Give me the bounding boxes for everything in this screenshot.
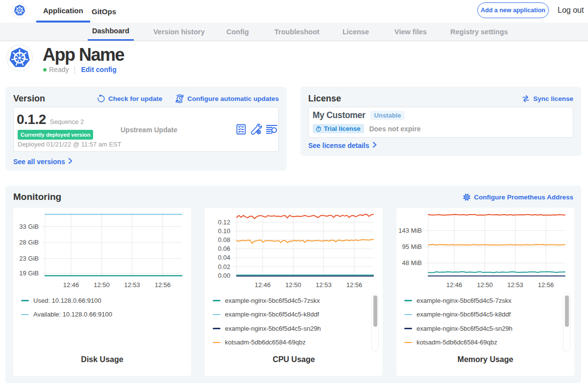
svg-text:12:53: 12:53 [507,281,523,289]
svg-text:0.10: 0.10 [218,227,230,235]
svg-text:12:56: 12:56 [155,281,171,289]
svg-text:33 GiB: 33 GiB [19,223,39,230]
svg-text:12:56: 12:56 [346,281,363,289]
svg-text:28 GiB: 28 GiB [19,239,39,246]
svg-text:12:46: 12:46 [446,281,463,289]
svg-text:0.00: 0.00 [218,272,230,279]
svg-text:12:46: 12:46 [63,281,79,289]
svg-text:48 MiB: 48 MiB [402,259,422,267]
svg-text:19 GiB: 19 GiB [19,269,39,277]
svg-text:143 MiB: 143 MiB [398,227,422,234]
svg-text:0.02: 0.02 [218,263,230,270]
svg-text:95 MiB: 95 MiB [402,243,422,250]
svg-text:0.04: 0.04 [218,254,230,261]
svg-text:12:50: 12:50 [285,281,301,289]
svg-text:12:46: 12:46 [255,281,271,289]
svg-text:12:56: 12:56 [538,281,554,289]
svg-text:12:53: 12:53 [316,281,332,289]
svg-text:0.06: 0.06 [218,245,230,252]
svg-text:0.08: 0.08 [218,236,230,244]
svg-text:23 GiB: 23 GiB [19,255,39,262]
svg-text:12:50: 12:50 [477,281,493,289]
svg-text:12:50: 12:50 [94,281,110,289]
svg-text:12:53: 12:53 [124,281,140,289]
svg-text:0.12: 0.12 [218,219,230,226]
